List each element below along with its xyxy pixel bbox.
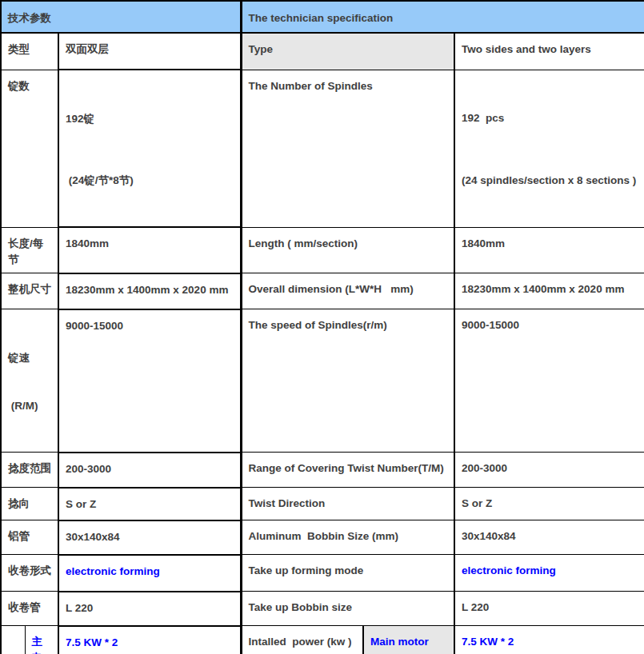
row-twist-direction: 捻向 S or Z Twist Direction S or Z xyxy=(1,488,644,520)
type-en-value: Two sides and two layers xyxy=(454,33,644,70)
length-zh-label: 长度/每节 xyxy=(1,227,58,273)
takeup-bobbin-zh-label: 收卷管 xyxy=(1,592,58,626)
twist-range-en-value: 200-3000 xyxy=(454,453,644,488)
aluminum-bobbin-en-label: Aluminum Bobbin Size (mm) xyxy=(241,520,454,555)
row-twist-range: 捻度范围 200-3000 Range of Covering Twist Nu… xyxy=(1,453,644,488)
main-motor-en-value: 7.5 KW * 2 xyxy=(454,626,644,654)
spindles-en-value-line2: (24 spindles/section x 8 sections ) xyxy=(462,173,639,189)
speed-zh-label-line2: (R/M) xyxy=(8,398,53,414)
row-takeup-bobbin: 收卷管 L 220 Take up Bobbin size L 220 xyxy=(1,592,644,626)
length-en-value: 1840mm xyxy=(454,227,644,273)
spindles-en-label: The Number of Spindles xyxy=(241,70,454,227)
twist-range-zh-label: 捻度范围 xyxy=(1,453,58,488)
twist-direction-en-label: Twist Direction xyxy=(241,488,454,520)
row-forming-mode: 收卷形式 electronic forming Take up forming … xyxy=(1,555,644,592)
forming-mode-en-value: electronic forming xyxy=(454,555,644,592)
type-zh-label: 类型 xyxy=(1,33,58,70)
spindles-zh-value-line2: (24锭/节*8节) xyxy=(66,173,235,189)
dimension-en-value: 18230mm x 1400mm x 2020 mm xyxy=(454,273,644,309)
speed-zh-label-line1: 锭速 xyxy=(8,350,53,366)
takeup-bobbin-en-value: L 220 xyxy=(454,592,644,626)
spindles-en-value: 192 pcs (24 spindles/section x 8 section… xyxy=(454,70,644,227)
aluminum-bobbin-zh-value: 30x140x84 xyxy=(58,520,241,555)
header-en: The technician specification xyxy=(241,1,644,33)
twist-range-zh-value: 200-3000 xyxy=(58,453,241,488)
twist-direction-zh-value: S or Z xyxy=(58,488,241,520)
speed-en-label: The speed of Spindles(r/m) xyxy=(241,309,454,453)
spec-table: 技术参数 The technician specification 类型 双面双… xyxy=(0,0,644,654)
speed-zh-value: 9000-15000 xyxy=(58,309,241,453)
length-zh-value: 1840mm xyxy=(58,227,241,273)
spindles-en-value-line1: 192 pcs xyxy=(462,110,639,126)
main-motor-zh-sublabel: 主电机 xyxy=(25,626,58,654)
dimension-en-label: Overall dimension (L*W*H mm) xyxy=(241,273,454,309)
speed-zh-label: 锭速 (R/M) xyxy=(1,309,58,453)
forming-mode-zh-value: electronic forming xyxy=(58,555,241,592)
main-motor-en-sublabel: Main motor xyxy=(363,626,454,654)
spindles-zh-value-line1: 192锭 xyxy=(66,111,235,127)
installed-power-en-label: Intalled power (kw ) xyxy=(241,626,363,654)
speed-en-value: 9000-15000 xyxy=(454,309,644,453)
forming-mode-en-label: Take up forming mode xyxy=(241,555,454,592)
twist-direction-zh-label: 捻向 xyxy=(1,488,58,520)
row-length: 长度/每节 1840mm Length ( mm/section) 1840mm xyxy=(1,227,644,273)
row-main-motor: 电机 主电机 7.5 KW * 2 Intalled power (kw ) M… xyxy=(1,626,644,654)
dimension-zh-label: 整机尺寸 xyxy=(1,273,58,309)
type-zh-value: 双面双层 xyxy=(58,33,241,70)
row-type: 类型 双面双层 Type Two sides and two layers xyxy=(1,33,644,70)
forming-mode-zh-label: 收卷形式 xyxy=(1,555,58,592)
takeup-bobbin-en-label: Take up Bobbin size xyxy=(241,592,454,626)
header-row: 技术参数 The technician specification xyxy=(1,1,644,33)
main-motor-zh-value: 7.5 KW * 2 xyxy=(58,626,241,654)
length-en-label: Length ( mm/section) xyxy=(241,227,454,273)
row-spindle-speed: 锭速 (R/M) 9000-15000 The speed of Spindle… xyxy=(1,309,644,453)
type-en-label: Type xyxy=(241,33,454,70)
aluminum-bobbin-zh-label: 铝管 xyxy=(1,520,58,555)
twist-range-en-label: Range of Covering Twist Number(T/M) xyxy=(241,453,454,488)
motor-group-label: 电机 xyxy=(1,626,25,654)
aluminum-bobbin-en-value: 30x140x84 xyxy=(454,520,644,555)
spindles-zh-label: 锭数 xyxy=(1,70,58,227)
spindles-zh-value: 192锭 (24锭/节*8节) xyxy=(58,70,241,227)
takeup-bobbin-zh-value: L 220 xyxy=(58,592,241,626)
row-aluminum-bobbin: 铝管 30x140x84 Aluminum Bobbin Size (mm) 3… xyxy=(1,520,644,555)
row-dimension: 整机尺寸 18230mm x 1400mm x 2020 mm Overall … xyxy=(1,273,644,309)
row-spindles: 锭数 192锭 (24锭/节*8节) The Number of Spindle… xyxy=(1,70,644,227)
dimension-zh-value: 18230mm x 1400mm x 2020 mm xyxy=(58,273,241,309)
twist-direction-en-value: S or Z xyxy=(454,488,644,520)
header-zh: 技术参数 xyxy=(1,1,241,33)
